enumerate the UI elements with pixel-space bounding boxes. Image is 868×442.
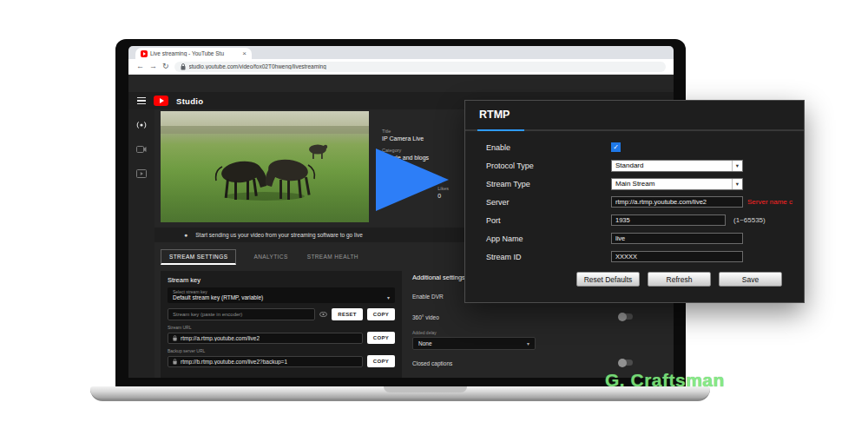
youtube-logo-icon[interactable] xyxy=(154,96,168,106)
lock-icon xyxy=(173,335,177,341)
lock-icon xyxy=(181,63,186,70)
dialog-buttons: Reset Defaults Refresh Save xyxy=(576,272,782,287)
backup-url-value: rtmp://b.rtmp.youtube.com/live2?backup=1 xyxy=(181,359,287,365)
video-360-label: 360° video xyxy=(412,314,439,320)
chevron-down-icon: ▾ xyxy=(527,340,529,346)
backup-url-field[interactable]: rtmp://b.rtmp.youtube.com/live2?backup=1 xyxy=(168,356,363,367)
stream-type-select[interactable]: Main Stream ▾ xyxy=(611,178,743,190)
tab-close-icon[interactable]: × xyxy=(242,50,247,57)
server-input[interactable] xyxy=(611,196,743,208)
page: Live streaming - YouTube Stu × ← → ↻ stu… xyxy=(0,0,868,442)
refresh-icon[interactable]: ↻ xyxy=(162,63,169,70)
port-label: Port xyxy=(486,216,611,225)
selected-stream-key: Default stream key (RTMP, variable) xyxy=(173,294,263,300)
stream-id-label: Stream ID xyxy=(486,253,611,261)
port-range-note: (1~65535) xyxy=(733,216,766,224)
added-delay-value: None xyxy=(418,340,432,346)
enable-dvr-label: Enable DVR xyxy=(412,294,444,300)
video-360-toggle[interactable] xyxy=(619,313,633,320)
backup-url-row: rtmp://b.rtmp.youtube.com/live2?backup=1… xyxy=(168,355,395,367)
backup-url-label: Backup server URL xyxy=(168,348,395,353)
enable-row: Enable ✓ xyxy=(486,141,792,154)
menu-icon[interactable] xyxy=(137,97,146,104)
stream-url-field[interactable]: rtmp://a.rtmp.youtube.com/live2 xyxy=(168,333,363,344)
tab-analytics[interactable]: ANALYTICS xyxy=(252,250,289,263)
refresh-button[interactable]: Refresh xyxy=(648,272,711,287)
video-preview[interactable] xyxy=(161,111,369,222)
stream-type-row: Stream Type Main Stream ▾ xyxy=(486,177,792,190)
browser-tab-strip: Live streaming - YouTube Stu × xyxy=(128,46,674,59)
port-row: Port (1~65535) xyxy=(486,214,792,227)
app-name-label: App Name xyxy=(486,234,611,243)
closed-captions-label: Closed captions xyxy=(412,360,452,366)
chevron-down-icon: ▾ xyxy=(732,161,742,171)
pointer-arrow-icon xyxy=(376,148,449,211)
studio-sidebar xyxy=(128,109,155,378)
server-label: Server xyxy=(486,198,611,207)
copy-key-button[interactable]: COPY xyxy=(367,308,395,320)
rtmp-dialog: RTMP Enable ✓ Protocol Type Standard ▾ S… xyxy=(464,100,805,303)
stream-id-row: Stream ID xyxy=(486,250,792,263)
stream-key-row: RESET COPY xyxy=(168,308,395,320)
studio-brand: Studio xyxy=(176,96,203,106)
browser-tab[interactable]: Live streaming - YouTube Stu × xyxy=(135,48,252,59)
stream-url-label: Stream URL xyxy=(168,325,395,330)
youtube-favicon-icon xyxy=(141,50,148,57)
browser-address-bar: ← → ↻ studio.youtube.com/video/fox02T0hw… xyxy=(128,59,674,75)
forward-icon[interactable]: → xyxy=(149,63,157,70)
stream-key-input[interactable] xyxy=(168,308,315,320)
stream-type-label: Stream Type xyxy=(486,180,611,188)
protocol-type-value: Standard xyxy=(615,162,643,169)
stream-key-select[interactable]: Select stream key Default stream key (RT… xyxy=(168,287,395,303)
added-delay-select[interactable]: None ▾ xyxy=(412,337,536,350)
stream-type-value: Main Stream xyxy=(615,180,654,188)
video-360-row: 360° video xyxy=(412,314,673,320)
dialog-accent-underline xyxy=(477,129,524,131)
watermark-text: G. Craftsman xyxy=(605,370,725,391)
reset-key-button[interactable]: RESET xyxy=(332,308,363,320)
tab-stream-settings[interactable]: STREAM SETTINGS xyxy=(161,249,236,265)
enable-label: Enable xyxy=(486,143,611,152)
port-input[interactable] xyxy=(611,214,726,226)
webcam-icon[interactable] xyxy=(135,144,148,155)
stream-id-input[interactable] xyxy=(611,251,743,262)
server-row: Server Server name c xyxy=(486,195,800,208)
stream-key-panel: Stream key Select stream key Default str… xyxy=(161,271,402,378)
status-text: Start sending us your video from your st… xyxy=(195,232,363,238)
stream-url-row: rtmp://a.rtmp.youtube.com/live2 COPY xyxy=(168,332,395,344)
chevron-down-icon: ▾ xyxy=(387,294,390,300)
tab-stream-health[interactable]: STREAM HEALTH xyxy=(306,250,360,263)
closed-captions-toggle[interactable] xyxy=(619,360,633,366)
manage-videos-icon[interactable] xyxy=(135,168,148,179)
status-dot-icon: ● xyxy=(184,232,187,238)
server-error-note: Server name c xyxy=(747,198,800,206)
back-icon[interactable]: ← xyxy=(136,63,144,70)
save-button[interactable]: Save xyxy=(719,272,782,287)
studio-tabs: STREAM SETTINGS ANALYTICS STREAM HEALTH xyxy=(161,248,360,265)
stream-url-value: rtmp://a.rtmp.youtube.com/live2 xyxy=(181,335,260,341)
livestream-icon[interactable] xyxy=(135,120,148,130)
lock-icon xyxy=(173,359,177,365)
app-name-row: App Name xyxy=(486,232,792,245)
wildebeest-scene xyxy=(161,111,369,222)
copy-backup-button[interactable]: COPY xyxy=(367,355,395,367)
closed-captions-row: Closed captions xyxy=(412,360,673,366)
dialog-title: RTMP xyxy=(479,109,510,121)
check-icon: ✓ xyxy=(613,144,619,151)
copy-url-button[interactable]: COPY xyxy=(367,332,395,344)
laptop-notch xyxy=(384,386,467,393)
show-key-icon[interactable] xyxy=(319,312,327,317)
added-delay-label: Added delay xyxy=(412,330,673,335)
url-field[interactable]: studio.youtube.com/video/fox02T0hweng/li… xyxy=(174,62,666,72)
reset-defaults-button[interactable]: Reset Defaults xyxy=(576,272,640,287)
stream-key-heading: Stream key xyxy=(168,276,395,284)
chevron-down-icon: ▾ xyxy=(732,179,742,189)
url-text: studio.youtube.com/video/fox02T0hweng/li… xyxy=(189,63,326,69)
protocol-type-label: Protocol Type xyxy=(486,162,611,170)
enable-checkbox[interactable]: ✓ xyxy=(611,142,621,152)
protocol-type-row: Protocol Type Standard ▾ xyxy=(486,159,792,172)
protocol-type-select[interactable]: Standard ▾ xyxy=(611,160,743,172)
tab-title: Live streaming - YouTube Stu xyxy=(150,50,240,56)
app-name-input[interactable] xyxy=(611,233,743,244)
